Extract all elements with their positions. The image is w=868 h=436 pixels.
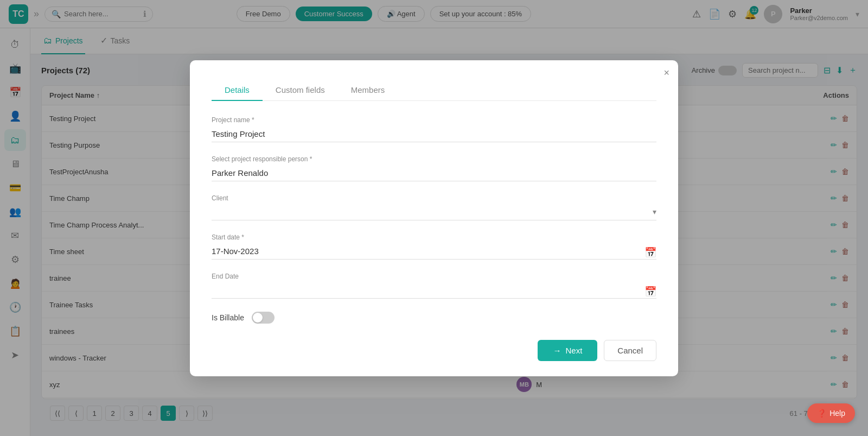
is-billable-toggle[interactable]: [252, 312, 275, 324]
is-billable-label: Is Billable: [212, 313, 244, 322]
help-icon: ❓: [817, 409, 826, 418]
next-label: Next: [565, 346, 582, 355]
modal-tab-custom-fields[interactable]: Custom fields: [263, 80, 338, 101]
is-billable-row: Is Billable: [212, 312, 656, 324]
end-date-field: End Date 📅: [212, 273, 656, 299]
start-date-wrap: 📅: [212, 243, 656, 260]
modal-tab-members[interactable]: Members: [338, 80, 398, 101]
responsible-person-input[interactable]: [212, 165, 656, 181]
start-date-label: Start date *: [212, 233, 656, 241]
client-label: Client: [212, 194, 656, 202]
responsible-person-label: Select project responsible person *: [212, 155, 656, 163]
responsible-person-field: Select project responsible person *: [212, 155, 656, 181]
client-select-wrap: ▾: [212, 204, 656, 220]
modal-overlay: × Details Custom fields Members Project …: [0, 0, 868, 436]
modal-tabs: Details Custom fields Members: [212, 80, 656, 101]
modal-footer: → Next Cancel: [212, 340, 656, 361]
project-name-input[interactable]: [212, 126, 656, 142]
end-date-calendar-icon[interactable]: 📅: [644, 286, 656, 298]
start-date-input[interactable]: [212, 243, 656, 260]
modal-tab-details[interactable]: Details: [212, 80, 263, 101]
next-arrow-icon: →: [553, 346, 561, 355]
end-date-label: End Date: [212, 273, 656, 280]
project-name-label: Project name *: [212, 116, 656, 124]
end-date-wrap: 📅: [212, 282, 656, 299]
client-select[interactable]: [212, 204, 656, 220]
start-date-calendar-icon[interactable]: 📅: [644, 247, 656, 258]
project-name-field: Project name *: [212, 116, 656, 142]
project-modal: × Details Custom fields Members Project …: [190, 60, 678, 376]
start-date-field: Start date * 📅: [212, 233, 656, 260]
toggle-knob: [253, 313, 263, 323]
end-date-input[interactable]: [212, 282, 656, 299]
client-field: Client ▾: [212, 194, 656, 220]
help-label: Help: [829, 409, 845, 418]
help-button[interactable]: ❓ Help: [807, 403, 855, 423]
next-button[interactable]: → Next: [538, 340, 597, 361]
modal-close-button[interactable]: ×: [663, 68, 669, 78]
cancel-button[interactable]: Cancel: [604, 340, 656, 361]
client-chevron-icon: ▾: [653, 207, 656, 216]
